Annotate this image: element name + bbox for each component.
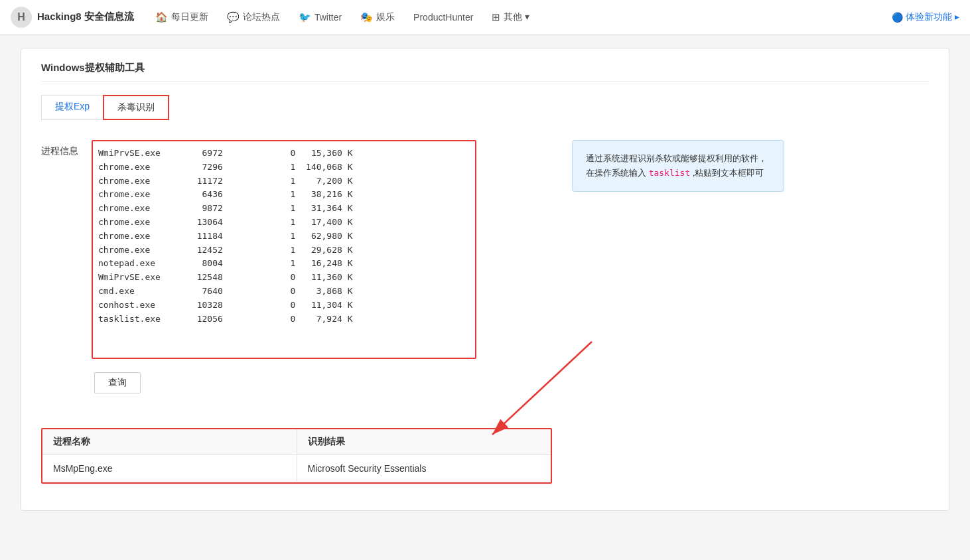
nav-label-entertainment: 娱乐 bbox=[376, 11, 395, 23]
tabs-container: 提权Exp 杀毒识别 bbox=[41, 95, 929, 120]
nav-item-daily[interactable]: 🏠 每日更新 bbox=[147, 0, 216, 35]
brand[interactable]: H Hacking8 安全信息流 bbox=[11, 7, 134, 28]
page-title: Windows提权辅助工具 bbox=[41, 62, 929, 82]
nav-label-producthunter: ProductHunter bbox=[413, 12, 473, 23]
twitter-icon: 🐦 bbox=[299, 11, 311, 23]
nav-label-daily: 每日更新 bbox=[171, 11, 208, 23]
nav-label-twitter: Twitter bbox=[314, 12, 342, 23]
nav-label-forum: 论坛热点 bbox=[243, 11, 280, 23]
top-navigation: H Hacking8 安全信息流 🏠 每日更新 💬 论坛热点 🐦 Twitter… bbox=[0, 0, 970, 35]
chat-icon: 💬 bbox=[227, 11, 240, 23]
query-button[interactable]: 查询 bbox=[94, 372, 141, 393]
process-info-row: 进程信息 bbox=[41, 140, 552, 359]
nav-item-producthunter[interactable]: ProductHunter bbox=[405, 0, 481, 35]
results-table: 进程名称 识别结果 MsMpEng.exe Microsoft Security… bbox=[42, 429, 551, 482]
lower-section: 进程名称 识别结果 MsMpEng.exe Microsoft Security… bbox=[41, 415, 552, 484]
main-content: Windows提权辅助工具 提权Exp 杀毒识别 进程信息 查询 bbox=[21, 48, 949, 511]
entertainment-icon: 🎭 bbox=[360, 11, 373, 23]
process-textarea[interactable] bbox=[93, 141, 475, 358]
nav-item-twitter[interactable]: 🐦 Twitter bbox=[291, 0, 350, 35]
brand-logo: H bbox=[11, 7, 32, 28]
tab-privilege-exp[interactable]: 提权Exp bbox=[41, 95, 103, 120]
results-section: 进程名称 识别结果 MsMpEng.exe Microsoft Security… bbox=[41, 428, 552, 484]
brand-name: Hacking8 安全信息流 bbox=[37, 11, 134, 23]
nav-item-forum[interactable]: 💬 论坛热点 bbox=[219, 0, 288, 35]
cell-result: Microsoft Security Essentials bbox=[297, 455, 551, 482]
nav-right-label: 体验新功能 ▸ bbox=[906, 11, 959, 23]
nav-item-entertainment[interactable]: 🎭 娱乐 bbox=[352, 0, 403, 35]
home-icon: 🏠 bbox=[155, 11, 168, 23]
process-textarea-wrapper bbox=[92, 140, 476, 359]
process-info-label: 进程信息 bbox=[41, 140, 78, 157]
info-text-after: ,粘贴到文本框即可 bbox=[690, 168, 764, 178]
info-box: 通过系统进程识别杀软或能够提权利用的软件，在操作系统输入 tasklist ,粘… bbox=[572, 140, 784, 192]
feature-icon: 🔵 bbox=[892, 12, 903, 23]
nav-item-other[interactable]: ⊞ 其他 ▾ bbox=[484, 0, 537, 35]
col-header-result: 识别结果 bbox=[297, 429, 551, 455]
left-panel: 进程信息 查询 进程名称 识别结果 bbox=[41, 140, 552, 484]
content-area: 进程信息 查询 进程名称 识别结果 bbox=[41, 140, 929, 484]
cell-process-name: MsMpEng.exe bbox=[42, 455, 297, 482]
col-header-process: 进程名称 bbox=[42, 429, 297, 455]
table-row: MsMpEng.exe Microsoft Security Essential… bbox=[42, 455, 551, 482]
info-code: tasklist bbox=[649, 168, 691, 178]
tab-antivirus-detect[interactable]: 杀毒识别 bbox=[103, 95, 169, 120]
nav-label-other: 其他 ▾ bbox=[504, 11, 529, 23]
grid-icon: ⊞ bbox=[492, 11, 500, 23]
nav-right-feature[interactable]: 🔵 体验新功能 ▸ bbox=[892, 11, 959, 23]
